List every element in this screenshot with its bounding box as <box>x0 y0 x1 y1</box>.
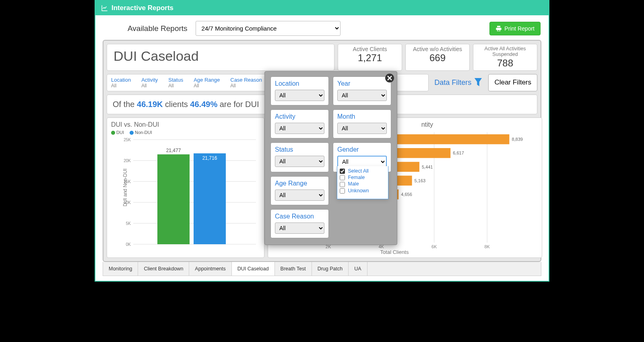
filter-status-select[interactable]: All <box>275 156 324 167</box>
clear-filters-button[interactable]: Clear Filters <box>488 74 537 91</box>
filter-age-range-select[interactable]: All <box>275 190 324 201</box>
funnel-icon <box>474 77 483 88</box>
available-reports-label: Available Reports <box>128 24 188 33</box>
svg-text:6K: 6K <box>431 244 437 249</box>
svg-text:0K: 0K <box>126 242 131 247</box>
filter-status: StatusAll <box>270 142 329 172</box>
gender-option-male[interactable]: Male <box>340 181 386 187</box>
chart-legend: DUI Non-DUI <box>111 130 260 135</box>
filter-gender: Gender All Select All Female Male Unknow… <box>333 142 391 172</box>
tab-drug-patch[interactable]: Drug Patch <box>312 262 349 276</box>
chip-case-reason[interactable]: Case ReasonAll <box>230 77 262 89</box>
data-filters-button[interactable]: Data Filters <box>432 74 485 91</box>
gender-option-female[interactable]: Female <box>340 174 386 181</box>
header-title: Interactive Reports <box>111 4 173 12</box>
stat-active-clients: Active Clients 1,271 <box>338 44 402 71</box>
page-title: DUI Caseload <box>107 44 334 71</box>
filter-location-select[interactable]: All <box>275 90 324 101</box>
svg-rect-14 <box>194 153 226 244</box>
filter-activity: ActivityAll <box>270 109 329 138</box>
filter-month-select[interactable]: All <box>337 123 387 134</box>
report-tabs: MonitoringClient BreakdownAppointmentsDU… <box>103 262 541 276</box>
chip-activity[interactable]: ActivityAll <box>141 77 158 89</box>
svg-text:5,441: 5,441 <box>422 164 433 169</box>
svg-text:25K: 25K <box>124 138 131 142</box>
filter-age-range: Age RangeAll <box>270 176 329 205</box>
chip-age-range[interactable]: Age RangeAll <box>194 77 220 89</box>
svg-text:5,163: 5,163 <box>415 178 426 183</box>
filter-month: MonthAll <box>333 109 391 138</box>
stat-active-suspended: Active All Activities Suspended 788 <box>473 44 537 71</box>
header: Interactive Reports <box>95 1 549 15</box>
svg-text:4,656: 4,656 <box>401 192 412 197</box>
filter-activity-select[interactable]: All <box>275 123 324 134</box>
toolbar: Available Reports 24/7 Monitoring Compli… <box>95 15 549 40</box>
filter-case-reason: Case ReasonAll <box>270 209 329 238</box>
tab-breath-test[interactable]: Breath Test <box>275 262 312 276</box>
svg-rect-12 <box>157 154 190 244</box>
tab-appointments[interactable]: Appointments <box>189 262 231 276</box>
gender-option-unknown[interactable]: Unknown <box>340 187 386 194</box>
tab-client-breakdown[interactable]: Client Breakdown <box>138 262 189 276</box>
svg-text:8,839: 8,839 <box>512 137 523 142</box>
svg-text:21,716: 21,716 <box>202 155 217 161</box>
chip-status[interactable]: StatusAll <box>168 77 183 89</box>
gender-dropdown: Select All Female Male Unknown <box>337 166 388 199</box>
gender-option-select-all[interactable]: Select All <box>340 168 386 174</box>
close-icon[interactable] <box>385 73 394 83</box>
report-panel: DUI Caseload Active Clients 1,271 Active… <box>103 40 541 262</box>
filter-year: YearAll <box>333 76 391 105</box>
filter-year-select[interactable]: All <box>337 90 387 101</box>
tab-ua[interactable]: UA <box>349 262 367 276</box>
svg-text:5K: 5K <box>126 221 131 226</box>
print-report-button[interactable]: Print Report <box>489 22 541 35</box>
tab-monitoring[interactable]: Monitoring <box>103 262 138 276</box>
content: DUI Caseload Active Clients 1,271 Active… <box>95 40 549 281</box>
chip-location[interactable]: LocationAll <box>111 77 131 89</box>
svg-text:8K: 8K <box>484 244 490 249</box>
chart-line-icon <box>101 4 108 12</box>
svg-text:6,617: 6,617 <box>453 150 464 155</box>
data-filters-modal: LocationAll YearAll ActivityAll MonthAll… <box>264 71 397 245</box>
svg-text:20K: 20K <box>124 159 131 163</box>
tab-dui-caseload[interactable]: DUI Caseload <box>232 262 275 276</box>
filter-location: LocationAll <box>270 76 329 105</box>
svg-text:21,477: 21,477 <box>166 147 181 153</box>
bar-chart-svg: 0K5K10K15K20K25K21,47721,716 <box>111 136 260 252</box>
print-icon <box>495 25 502 32</box>
filter-case-reason-select[interactable]: All <box>275 223 324 234</box>
svg-text:Total Clients: Total Clients <box>380 249 409 255</box>
available-reports-select[interactable]: 24/7 Monitoring Compliance <box>196 21 341 36</box>
chart-dui-vs-non-dui: DUI vs. Non-DUI DUI Non-DUI DUI and Non-… <box>107 117 264 258</box>
app-frame: Interactive Reports Available Reports 24… <box>95 0 549 282</box>
stat-active-no-activities: Active w/o Activities 669 <box>405 44 470 71</box>
